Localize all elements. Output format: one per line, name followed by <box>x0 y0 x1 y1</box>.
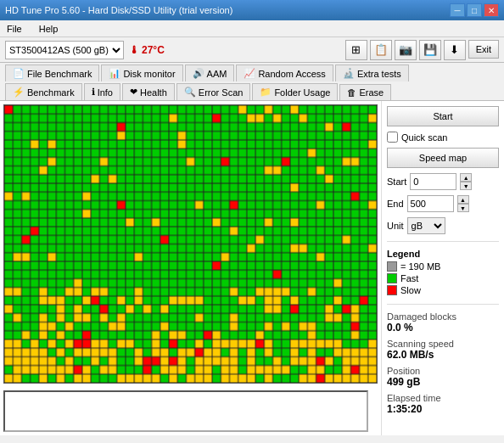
aam-label: AAM <box>207 69 227 79</box>
info-label: Info <box>98 87 113 98</box>
elapsed-time-section: Elapsed time 1:35:20 <box>387 393 499 415</box>
random-access-label: Random Access <box>258 69 325 79</box>
legend-fast-box <box>387 273 397 283</box>
legend-slow-box <box>387 285 397 295</box>
divider-2 <box>387 304 499 305</box>
tab-erase[interactable]: 🗑 Erase <box>339 84 391 100</box>
end-spin-down[interactable]: ▼ <box>457 204 469 212</box>
position-section: Position 499 gB <box>387 366 499 388</box>
help-menu[interactable]: Help <box>36 23 62 35</box>
toolbar-icon-5[interactable]: ⬇ <box>444 40 466 60</box>
toolbar-icon-3[interactable]: 📷 <box>395 40 417 60</box>
quick-scan-row: Quick scan <box>387 132 499 143</box>
menu-bar: File Help <box>0 20 504 37</box>
legend-title: Legend <box>387 249 499 259</box>
random-access-icon: 📈 <box>244 68 255 79</box>
start-button[interactable]: Start <box>387 106 499 126</box>
drive-select[interactable]: ST3500412AS (500 gB) <box>5 41 124 59</box>
erase-icon: 🗑 <box>347 87 356 98</box>
scanning-speed-value: 62.0 MB/s <box>387 349 499 361</box>
maximize-button[interactable]: □ <box>467 3 482 17</box>
folder-usage-icon: 📁 <box>260 87 272 98</box>
position-label: Position <box>387 366 499 376</box>
folder-usage-label: Folder Usage <box>274 87 330 98</box>
file-benchmark-icon: 📄 <box>13 68 25 79</box>
extra-tests-label: Extra tests <box>357 69 401 79</box>
tab-extra-tests[interactable]: 🔬 Extra tests <box>335 64 409 81</box>
start-spin-up[interactable]: ▲ <box>460 173 472 182</box>
aam-icon: 🔊 <box>193 68 204 79</box>
unit-row: Unit gB MB <box>387 217 499 234</box>
speed-map-button[interactable]: Speed map <box>387 148 499 168</box>
damaged-blocks-value: 0.0 % <box>387 322 499 334</box>
nav-row-1: 📄 File Benchmark 📊 Disk monitor 🔊 AAM 📈 … <box>5 64 499 81</box>
end-label: End <box>387 199 404 209</box>
scanning-speed-label: Scanning speed <box>387 339 499 349</box>
extra-tests-icon: 🔬 <box>343 68 355 79</box>
toolbar-icon-2[interactable]: 📋 <box>370 40 392 60</box>
toolbar-icon-1[interactable]: ⊞ <box>345 40 367 60</box>
elapsed-time-value: 1:35:20 <box>387 403 499 415</box>
error-scan-icon: 🔍 <box>184 87 196 98</box>
legend-slow-label: Slow <box>400 285 421 295</box>
start-label: Start <box>387 177 406 187</box>
start-input[interactable] <box>410 173 456 190</box>
legend-block-size-label: = 190 MB <box>400 261 440 272</box>
benchmark-label: Benchmark <box>27 87 75 98</box>
toolbar-icon-4[interactable]: 💾 <box>419 40 441 60</box>
title-bar: HD Tune Pro 5.60 - Hard Disk/SSD Utility… <box>0 0 504 20</box>
tab-random-access[interactable]: 📈 Random Access <box>236 64 333 81</box>
erase-label: Erase <box>359 87 384 98</box>
temperature-value: 27°C <box>142 44 165 56</box>
toolbar-icon-group: ⊞ 📋 📷 💾 ⬇ Exit <box>345 40 499 60</box>
disk-monitor-icon: 📊 <box>109 68 120 79</box>
damaged-blocks-label: Damaged blocks <box>387 311 499 322</box>
tab-health[interactable]: ❤ Health <box>122 83 175 100</box>
start-spin-down[interactable]: ▼ <box>460 182 472 190</box>
right-panel: Start Quick scan Speed map Start ▲ ▼ End… <box>381 101 504 435</box>
thermometer-icon: 🌡 <box>129 44 139 56</box>
disk-monitor-label: Disk monitor <box>123 69 175 79</box>
legend-fast-label: Fast <box>400 273 418 283</box>
file-menu[interactable]: File <box>3 23 25 35</box>
unit-label: Unit <box>387 221 404 231</box>
tab-info[interactable]: ℹ Info <box>84 83 120 100</box>
toolbar: ST3500412AS (500 gB) 🌡 27°C ⊞ 📋 📷 💾 ⬇ Ex… <box>0 37 504 63</box>
error-scan-label: Error Scan <box>199 87 244 98</box>
legend-section: Legend = 190 MB Fast Slow <box>387 249 499 297</box>
legend-slow: Slow <box>387 285 499 295</box>
quick-scan-checkbox[interactable] <box>387 132 398 143</box>
window-controls: ─ □ ✕ <box>450 3 499 17</box>
quick-scan-label: Quick scan <box>401 132 447 143</box>
unit-select[interactable]: gB MB <box>407 217 445 234</box>
exit-button[interactable]: Exit <box>468 40 499 59</box>
tab-error-scan[interactable]: 🔍 Error Scan <box>176 83 251 100</box>
main-content: Start Quick scan Speed map Start ▲ ▼ End… <box>0 101 504 435</box>
tab-aam[interactable]: 🔊 AAM <box>185 64 235 81</box>
tab-folder-usage[interactable]: 📁 Folder Usage <box>252 83 338 100</box>
close-button[interactable]: ✕ <box>484 3 499 17</box>
legend-block-size: = 190 MB <box>387 261 499 272</box>
window-title: HD Tune Pro 5.60 - Hard Disk/SSD Utility… <box>5 5 232 15</box>
end-input-row: End ▲ ▼ <box>387 195 499 212</box>
end-spin-buttons: ▲ ▼ <box>457 195 469 212</box>
file-benchmark-label: File Benchmark <box>27 69 92 79</box>
legend-fast: Fast <box>387 273 499 283</box>
info-icon: ℹ <box>92 87 95 98</box>
nav-row-2: ⚡ Benchmark ℹ Info ❤ Health 🔍 Error Scan… <box>5 83 499 100</box>
position-value: 499 gB <box>387 376 499 388</box>
tab-benchmark[interactable]: ⚡ Benchmark <box>5 83 82 100</box>
scan-grid <box>3 104 378 384</box>
health-label: Health <box>140 87 167 98</box>
scanning-speed-section: Scanning speed 62.0 MB/s <box>387 339 499 361</box>
tab-disk-monitor[interactable]: 📊 Disk monitor <box>101 64 182 81</box>
start-spin-buttons: ▲ ▼ <box>460 173 472 190</box>
start-input-row: Start ▲ ▼ <box>387 173 499 190</box>
elapsed-time-label: Elapsed time <box>387 393 499 403</box>
end-spin-up[interactable]: ▲ <box>457 195 469 204</box>
minimize-button[interactable]: ─ <box>450 3 465 17</box>
output-text-box[interactable] <box>3 390 368 432</box>
legend-grey-box <box>387 261 397 272</box>
end-input[interactable] <box>407 195 454 212</box>
tab-file-benchmark[interactable]: 📄 File Benchmark <box>5 64 99 81</box>
